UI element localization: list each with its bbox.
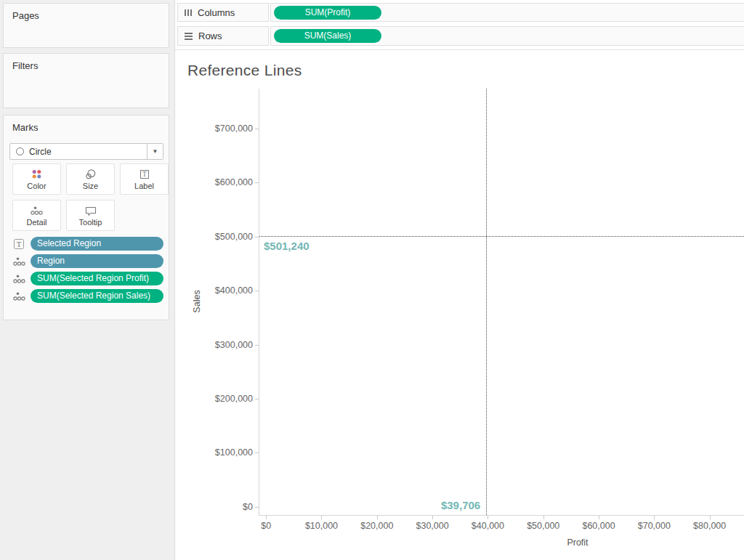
mark-button-detail[interactable]: Detail [12, 200, 61, 231]
y-axis-tick [255, 291, 259, 291]
detail-dots-icon [13, 291, 31, 301]
label-t-icon: T [139, 168, 150, 180]
y-axis-tick-label[interactable]: $200,000 [215, 394, 253, 404]
tooltip-bubble-icon [84, 204, 97, 216]
y-axis-tick-label[interactable]: $700,000 [215, 123, 253, 134]
rows-shelf-label: Rows [198, 31, 222, 41]
marks-pill-row: Region [4, 254, 170, 268]
y-axis-tick [255, 345, 259, 346]
marks-pill[interactable]: Region [31, 254, 163, 268]
detail-dots-icon [13, 256, 31, 267]
y-axis-tick [255, 453, 259, 453]
filters-shelf[interactable]: Filters [3, 53, 169, 108]
x-axis-tick [543, 516, 544, 519]
tableau-workspace: Pages Filters Marks Circle ▼ ColorSizeTL… [0, 0, 744, 560]
y-axis-tick-label[interactable]: $0 [243, 502, 253, 512]
y-axis-tick [255, 507, 259, 508]
y-axis-tick-label[interactable]: $600,000 [215, 177, 253, 187]
detail-dots-icon [13, 274, 31, 284]
plot-area[interactable]: $0$100,000$200,000$300,000$400,000$500,0… [259, 89, 744, 516]
y-axis-tick [255, 129, 259, 129]
rows-icon [185, 33, 193, 40]
columns-shelf-label: Columns [198, 7, 235, 18]
size-circles-icon [84, 168, 97, 180]
columns-shelf[interactable]: Columns [177, 3, 269, 22]
x-axis-tick [710, 516, 711, 519]
x-axis-tick-label[interactable]: $80,000 [693, 521, 726, 531]
sheet-title: Reference Lines [187, 62, 302, 79]
mark-button-label: Tooltip [79, 218, 102, 227]
x-axis-tick-label[interactable]: $30,000 [416, 521, 449, 531]
x-axis-tick [599, 516, 599, 519]
x-axis-tick [654, 516, 655, 519]
marks-pill-row: SUM(Selected Region Profit) [4, 272, 170, 285]
mark-button-color[interactable]: Color [12, 163, 61, 195]
y-axis-tick [255, 237, 259, 238]
text-label-icon: T [13, 238, 31, 250]
chevron-down-icon[interactable]: ▼ [147, 144, 163, 159]
y-axis-title[interactable]: Sales [192, 290, 202, 312]
svg-text:T: T [17, 240, 21, 248]
reference-line-horizontal[interactable] [259, 236, 744, 237]
marks-card: Marks Circle ▼ ColorSizeTLabelDetailTool… [3, 115, 169, 320]
x-axis-tick [488, 516, 488, 519]
x-axis-tick-label[interactable]: $60,000 [582, 521, 615, 531]
left-panel: Pages Filters Marks Circle ▼ ColorSizeTL… [0, 0, 174, 560]
pages-shelf[interactable]: Pages [3, 3, 169, 48]
x-axis-tick-label[interactable]: $50,000 [527, 521, 559, 531]
columns-icon [185, 9, 192, 16]
marks-pill[interactable]: SUM(Selected Region Sales) [31, 289, 163, 303]
y-axis-tick [255, 399, 259, 399]
shelf-pill-sum-sales[interactable]: SUM(Sales) [274, 29, 381, 43]
x-axis-tick [377, 516, 378, 519]
reference-line-label: $501,240 [264, 240, 310, 252]
shelf-separator [175, 49, 744, 50]
mark-button-size[interactable]: Size [66, 163, 115, 195]
mark-type-label: Circle [29, 147, 147, 157]
mark-button-label: Detail [26, 218, 46, 227]
y-axis-tick-label[interactable]: $300,000 [215, 340, 253, 350]
mark-button-label[interactable]: TLabel [120, 163, 169, 195]
mark-button-label: Size [83, 182, 98, 190]
circle-mark-icon [16, 147, 24, 155]
mark-type-dropdown[interactable]: Circle ▼ [9, 143, 163, 160]
pages-shelf-title: Pages [4, 4, 169, 21]
detail-dots-icon [31, 204, 43, 216]
rows-shelf[interactable]: Rows [177, 26, 269, 46]
rows-shelf-content[interactable]: SUM(Sales) [270, 26, 744, 46]
marks-pill[interactable]: Selected Region [31, 237, 163, 251]
x-axis-tick-label[interactable]: $40,000 [472, 521, 504, 531]
x-axis-tick-label[interactable]: $70,000 [638, 521, 671, 531]
mark-button-label: Label [134, 182, 154, 190]
filters-shelf-title: Filters [4, 54, 169, 71]
y-axis-tick-label[interactable]: $100,000 [215, 447, 253, 458]
color-dots-icon [31, 168, 43, 180]
y-axis-tick [255, 182, 259, 183]
x-axis-tick-label[interactable]: $0 [261, 521, 271, 531]
marks-pill-row: SUM(Selected Region Sales) [4, 289, 170, 303]
reference-line-vertical[interactable] [486, 89, 487, 515]
reference-line-label: $39,706 [441, 499, 480, 511]
marks-card-title: Marks [4, 115, 169, 133]
x-axis-tick [432, 516, 433, 519]
x-axis-tick-label[interactable]: $10,000 [305, 521, 338, 531]
shelf-pill-sum-profit[interactable]: SUM(Profit) [274, 6, 381, 20]
marks-pill-row: TSelected Region [4, 237, 170, 251]
x-axis-tick [266, 516, 267, 519]
view-pane: Columns SUM(Profit) Rows SUM(Sales) Refe… [174, 0, 744, 560]
y-axis-tick-label[interactable]: $400,000 [215, 285, 253, 296]
x-axis-tick-label[interactable]: $20,000 [360, 521, 393, 531]
x-axis-title[interactable]: Profit [549, 537, 607, 548]
svg-text:T: T [142, 171, 147, 178]
x-axis-tick [321, 516, 322, 519]
mark-button-tooltip[interactable]: Tooltip [66, 200, 115, 231]
marks-pill[interactable]: SUM(Selected Region Profit) [31, 272, 163, 285]
mark-button-label: Color [27, 182, 46, 190]
y-axis-tick-label[interactable]: $500,000 [215, 232, 253, 242]
columns-shelf-content[interactable]: SUM(Profit) [270, 3, 744, 22]
